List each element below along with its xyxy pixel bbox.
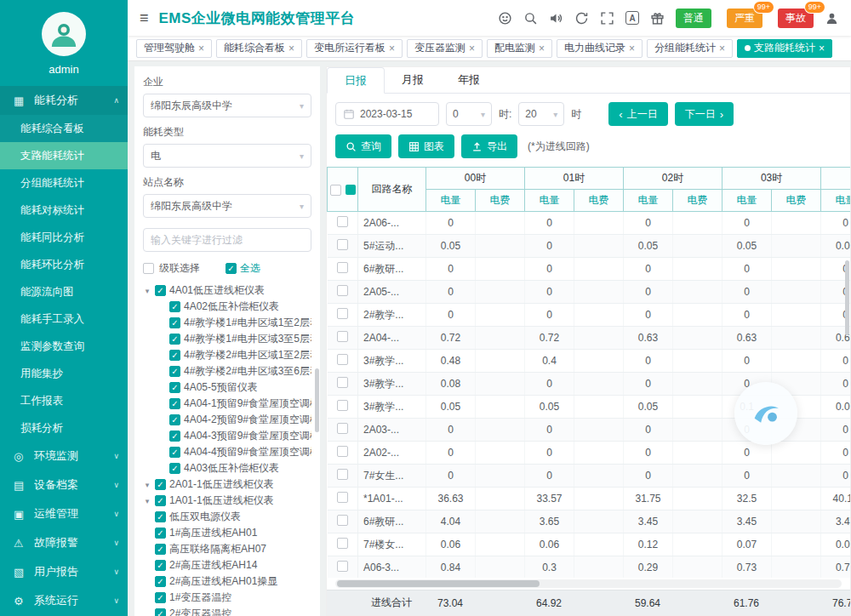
- tree-node[interactable]: ✓1#高压进线柜AH01: [143, 525, 311, 541]
- sidebar-subitem[interactable]: 工作报表: [0, 387, 128, 414]
- theme-face-icon[interactable]: [498, 11, 512, 26]
- tree-expand-icon[interactable]: ▾: [143, 497, 151, 505]
- alert-badge-事故[interactable]: 事故99+: [778, 9, 814, 28]
- sidebar-group[interactable]: ▦能耗分析∧: [0, 86, 128, 115]
- row-checkbox[interactable]: [337, 239, 348, 250]
- cascade-checkbox[interactable]: [143, 263, 154, 274]
- tree-checkbox[interactable]: ✓: [155, 479, 166, 490]
- tree-node[interactable]: ✓4A05-5预留仪表: [143, 379, 311, 396]
- site-select[interactable]: 绵阳东辰高级中学 ▾: [143, 194, 311, 218]
- query-button[interactable]: 查询: [335, 134, 391, 158]
- tree-checkbox[interactable]: ✓: [155, 285, 166, 296]
- tree-checkbox[interactable]: ✓: [169, 463, 180, 474]
- tree-node[interactable]: ✓4#教学楼1#电井区域1至2层动力仪...: [143, 315, 311, 331]
- tree-checkbox[interactable]: ✓: [155, 495, 166, 506]
- tree-node[interactable]: ✓2#变压器温控: [143, 606, 311, 616]
- sidebar-group[interactable]: ◎环境监测∨: [0, 442, 128, 471]
- tree-node[interactable]: ▾✓2A01-1低压进线柜仪表: [143, 476, 311, 493]
- close-icon[interactable]: ×: [719, 43, 725, 54]
- export-button[interactable]: 导出: [461, 134, 517, 158]
- close-icon[interactable]: ×: [288, 43, 294, 54]
- tree-checkbox[interactable]: ✓: [155, 576, 166, 587]
- tree-checkbox[interactable]: ✓: [169, 301, 180, 312]
- avatar[interactable]: [42, 12, 86, 56]
- header-checkbox[interactable]: [330, 185, 341, 196]
- tree-checkbox[interactable]: ✓: [169, 350, 180, 361]
- tree-node[interactable]: ✓4A03低压补偿柜仪表: [143, 460, 311, 476]
- tree-node[interactable]: ✓4A04-1预留9#食堂屋顶空调机组仪...: [143, 396, 311, 412]
- tree-checkbox[interactable]: ✓: [169, 334, 180, 345]
- row-checkbox[interactable]: [337, 285, 348, 296]
- sidebar-group[interactable]: ▧用户报告∨: [0, 557, 128, 586]
- sidebar-subitem[interactable]: 能耗同比分析: [0, 224, 128, 251]
- tree-node[interactable]: ▾✓4A01低压进线柜仪表: [143, 282, 311, 299]
- row-checkbox[interactable]: [337, 446, 348, 457]
- tree-node[interactable]: ✓2#高压进线柜AH01操显: [143, 573, 311, 590]
- view-tab[interactable]: 管理驾驶舱×: [136, 39, 212, 58]
- row-checkbox[interactable]: [337, 492, 348, 503]
- view-tab[interactable]: 能耗综合看板×: [216, 39, 302, 58]
- view-tab[interactable]: 变压器监测×: [407, 39, 483, 58]
- row-checkbox[interactable]: [337, 262, 348, 273]
- close-icon[interactable]: ×: [819, 43, 825, 54]
- close-icon[interactable]: ×: [539, 43, 545, 54]
- hamburger-menu-icon[interactable]: ≡: [140, 10, 149, 26]
- sidebar-subitem[interactable]: 用能集抄: [0, 360, 128, 387]
- row-checkbox[interactable]: [337, 423, 348, 434]
- close-icon[interactable]: ×: [469, 43, 475, 54]
- tree-checkbox[interactable]: ✓: [155, 511, 166, 522]
- row-checkbox[interactable]: [337, 538, 348, 549]
- tree-node[interactable]: ✓4#教学楼2#电井区域3至6层动力仪...: [143, 363, 311, 379]
- view-tab[interactable]: 配电监测×: [487, 39, 552, 58]
- sidebar-group[interactable]: ▤设备档案∨: [0, 471, 128, 499]
- close-icon[interactable]: ×: [198, 43, 204, 54]
- hscroll-thumb[interactable]: [337, 580, 540, 587]
- sidebar-group[interactable]: ▣运维管理∨: [0, 499, 128, 528]
- next-day-button[interactable]: 下一日 ›: [675, 102, 734, 126]
- alert-badge-普通[interactable]: 普通: [676, 9, 711, 28]
- tree-scrollbar[interactable]: [315, 368, 319, 432]
- sidebar-subitem[interactable]: 能耗综合看板: [0, 115, 128, 142]
- hour-start-select[interactable]: 0 ▾: [446, 102, 492, 126]
- sidebar-subitem[interactable]: 监测参数查询: [0, 333, 128, 360]
- sidebar-subitem[interactable]: 分组能耗统计: [0, 169, 128, 197]
- sidebar-group[interactable]: ⚠故障报警∨: [0, 528, 128, 557]
- tree-checkbox[interactable]: ✓: [169, 447, 180, 458]
- user-icon[interactable]: [825, 11, 839, 26]
- tree-checkbox[interactable]: ✓: [155, 592, 166, 603]
- tree-checkbox[interactable]: ✓: [155, 544, 166, 555]
- fullscreen-icon[interactable]: [600, 11, 614, 26]
- row-checkbox[interactable]: [337, 561, 348, 572]
- energy-type-select[interactable]: 电 ▾: [143, 144, 311, 168]
- sidebar-subitem[interactable]: 支路能耗统计: [0, 142, 128, 169]
- volume-icon[interactable]: [549, 11, 563, 26]
- sidebar-group[interactable]: ⚙系统运行∨: [0, 586, 128, 615]
- table-scrollbar-vertical[interactable]: [845, 260, 849, 335]
- sidebar-subitem[interactable]: 能耗手工录入: [0, 305, 128, 333]
- tree-node[interactable]: ▾✓1A01-1低压进线柜仪表: [143, 493, 311, 509]
- report-tab-日报[interactable]: 日报: [327, 67, 385, 94]
- tree-node[interactable]: ✓4A04-2预留9#食堂屋顶空调机组仪...: [143, 412, 311, 428]
- report-tab-月报[interactable]: 月报: [385, 67, 441, 93]
- tree-checkbox[interactable]: ✓: [169, 317, 180, 328]
- tree-checkbox[interactable]: ✓: [169, 431, 180, 442]
- row-checkbox[interactable]: [337, 216, 348, 227]
- hour-end-select[interactable]: 20 ▾: [518, 102, 564, 126]
- tree-checkbox[interactable]: ✓: [155, 608, 166, 616]
- tree-checkbox[interactable]: ✓: [169, 366, 180, 377]
- prev-day-button[interactable]: ‹ 上一日: [608, 102, 667, 126]
- sidebar-subitem[interactable]: 能源流向图: [0, 278, 128, 305]
- tree-node[interactable]: ✓高压联络隔离柜AH07: [143, 541, 311, 557]
- tree-checkbox[interactable]: ✓: [155, 560, 166, 571]
- tree-expand-icon[interactable]: ▾: [143, 287, 151, 295]
- sidebar-subitem[interactable]: 损耗分析: [0, 414, 128, 442]
- table-options-icon[interactable]: [346, 185, 356, 195]
- date-picker[interactable]: 2023-03-15: [335, 102, 439, 126]
- enterprise-select[interactable]: 绵阳东辰高级中学 ▾: [143, 94, 311, 117]
- select-all-link[interactable]: ✓ 全选: [226, 261, 260, 276]
- tree-search-input[interactable]: [143, 228, 311, 252]
- tree-checkbox[interactable]: ✓: [169, 398, 180, 409]
- row-checkbox[interactable]: [337, 469, 348, 480]
- close-icon[interactable]: ×: [389, 43, 395, 54]
- tree-node[interactable]: ✓4#教学楼2#电井区域1至2层动力仪...: [143, 347, 311, 363]
